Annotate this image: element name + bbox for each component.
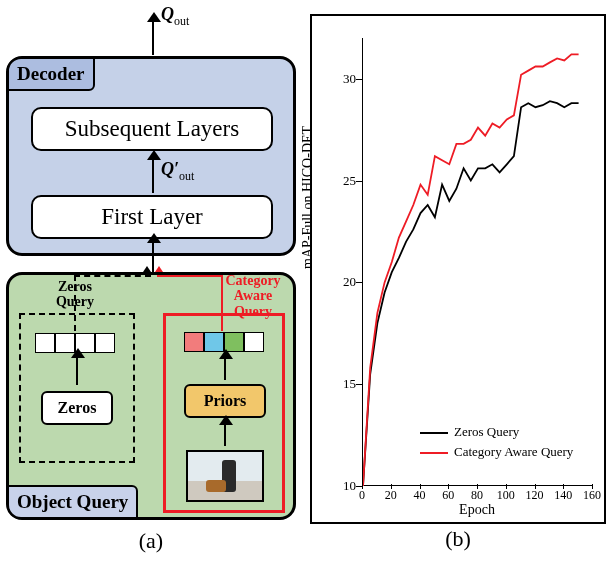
x-tick-label: 120 [526,488,544,503]
zeros-elbow-h [74,275,151,277]
panel-a-caption: (a) [6,528,296,554]
arrow-qprime [152,159,154,193]
panel-b-caption: (b) [312,526,604,552]
y-tick [356,282,362,283]
x-tick-label: 40 [414,488,426,503]
arrow-priors-to-cells [224,358,226,380]
y-tick-label: 15 [334,376,356,392]
q-out-sym: Q [161,4,174,24]
qprime-label: Q′out [161,159,194,184]
chart-xlabel: Epoch [362,502,592,518]
legend-cat: Category Aware Query [420,444,573,460]
zeros-slab: Zeros [41,391,113,425]
first-layer-text: First Layer [101,204,203,230]
x-tick-label: 80 [471,488,483,503]
cell-icon [184,332,204,352]
legend-cat-text: Category Aware Query [454,444,573,459]
cell-icon [244,332,264,352]
x-tick-label: 0 [359,488,365,503]
legend-swatch-cat [420,452,448,454]
arrow-qout [152,21,154,55]
y-tick-label: 25 [334,173,356,189]
cell-icon [35,333,55,353]
y-tick [356,384,362,385]
decoder-box: Decoder Subsequent Layers Q′out First La… [6,56,296,256]
x-tick-label: 160 [583,488,601,503]
category-zone: Priors [163,313,285,513]
zeros-elbow-v [74,275,76,331]
priors-slab: Priors [184,384,266,418]
qprime-sub: out [179,169,194,183]
cat-title-1: Category [225,273,280,288]
cat-elbow-v [221,275,223,331]
qprime-sym: Q′ [161,159,179,179]
x-tick-label: 20 [385,488,397,503]
arrow-zeros-to-cells [76,357,78,385]
category-line [363,54,579,486]
x-tick-label: 140 [554,488,572,503]
decoder-tag: Decoder [7,57,95,91]
panel-b: mAP-Full on HICO-DET Zeros Query Categor… [310,14,606,524]
y-tick-label: 30 [334,71,356,87]
legend-zeros: Zeros Query [420,424,519,440]
cat-title-2: Aware [234,288,272,303]
object-query-tag: Object Query [7,485,138,519]
y-tick-label: 10 [334,478,356,494]
arrow-photo-to-priors [224,424,226,446]
chart-lines-svg [363,38,593,486]
q-out-label: Qout [161,4,189,29]
panel-a: Qout Decoder Subsequent Layers Q′out Fir… [6,14,296,524]
zeros-zone: Zeros [19,313,135,463]
y-tick [356,181,362,182]
y-tick [356,79,362,80]
object-query-box: Zeros Query Zeros [6,272,296,520]
cell-icon [95,333,115,353]
legend-zeros-text: Zeros Query [454,424,519,439]
zeros-slab-text: Zeros [58,399,97,417]
subsequent-layers-box: Subsequent Layers [31,107,273,151]
x-tick-label: 100 [497,488,515,503]
subsequent-layers-text: Subsequent Layers [65,116,239,142]
priors-slab-text: Priors [204,392,247,410]
q-out-sub: out [174,14,189,28]
cat-elbow-h [157,275,221,277]
figure: Qout Decoder Subsequent Layers Q′out Fir… [0,0,614,576]
legend-swatch-zeros [420,432,448,434]
dog-icon [206,480,226,492]
y-tick-label: 20 [334,274,356,290]
chart-plot-area [362,38,592,486]
x-tick-label: 60 [442,488,454,503]
chart-ylabel: mAP-Full on HICO-DET [300,126,316,269]
input-image-thumbnail [186,450,264,502]
